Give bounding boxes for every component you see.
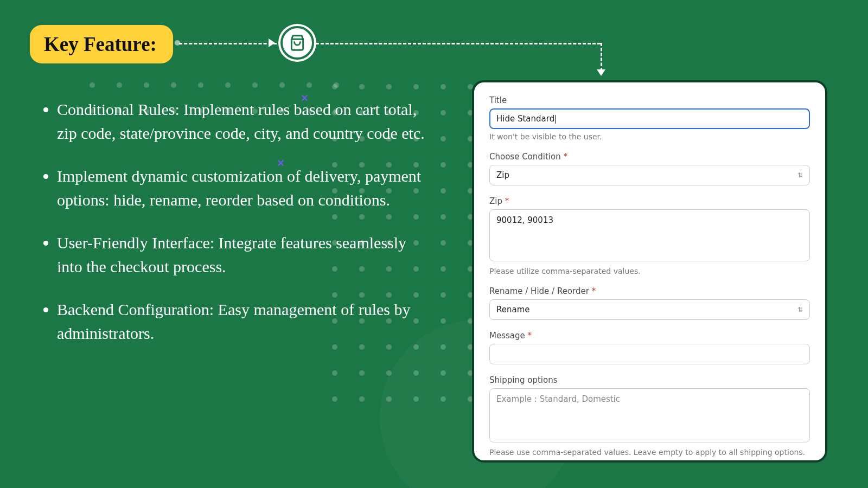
zip-label: Zip * [489, 196, 810, 206]
condition-label: Choose Condition * [489, 152, 810, 162]
title-value: Hide Standard [496, 114, 554, 124]
decor-path [179, 43, 277, 44]
chevron-updown-icon: ⇅ [797, 306, 803, 313]
shipping-help: Please use comma-separated values. Leave… [489, 448, 810, 457]
shipping-textarea[interactable] [489, 388, 810, 442]
action-select[interactable]: Rename ⇅ [489, 299, 810, 320]
condition-value: Zip [496, 170, 509, 180]
message-label: Message * [489, 331, 810, 341]
condition-select[interactable]: Zip ⇅ [489, 165, 810, 185]
decor-path [601, 43, 602, 71]
action-label: Rename / Hide / Reorder * [489, 286, 810, 296]
action-value: Rename [496, 305, 530, 314]
list-item: Conditional Rules: Implement rules based… [57, 98, 431, 145]
list-item: Implement dynamic customization of deliv… [57, 164, 431, 211]
headline-tag: Key Feature: [30, 25, 173, 63]
chevron-updown-icon: ⇅ [797, 172, 803, 178]
shopping-bag-icon [280, 26, 314, 60]
title-help: It won't be visible to the user. [489, 132, 810, 141]
shipping-label: Shipping options [489, 375, 810, 385]
text-cursor [555, 115, 556, 124]
decor-path [316, 43, 601, 44]
title-label: Title [489, 95, 810, 105]
arrow-right-icon [269, 38, 275, 47]
rule-form-card: Title Hide Standard It won't be visible … [472, 80, 827, 463]
arrow-down-icon [597, 69, 605, 76]
list-item: Backend Configuration: Easy management o… [57, 298, 431, 345]
zip-textarea[interactable] [489, 209, 810, 261]
list-item: User-Friendly Interface: Integrate featu… [57, 231, 431, 278]
zip-help: Please utilize comma-separated values. [489, 267, 810, 275]
message-input[interactable] [489, 344, 810, 364]
feature-list: Conditional Rules: Implement rules based… [41, 98, 431, 364]
title-input[interactable]: Hide Standard [489, 108, 810, 129]
